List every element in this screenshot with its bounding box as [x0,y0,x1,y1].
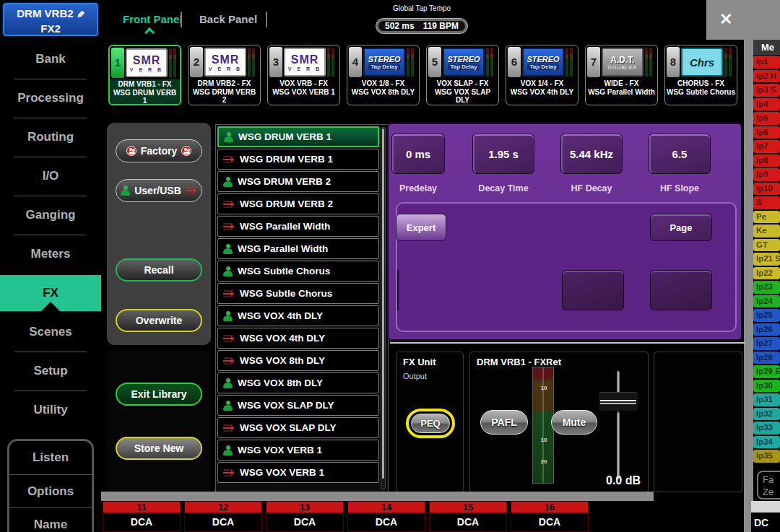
expert-button[interactable]: Expert [396,214,446,241]
close-icon[interactable]: ✕ [719,10,732,29]
sidebar-item[interactable]: I/O [0,157,101,196]
fx-slot[interactable]: 2 SMR V E R B DRM VRB2 - FX WSG DRUM VER… [188,45,261,105]
fx-slot[interactable]: 7 A.D.T. DOUBLER WIDE - FX WSG Parallel … [585,45,658,105]
preset-list-item[interactable]: WSG DRUM VERB 1 [217,126,379,147]
preset-list-item[interactable]: WSG VOX 4th DLY [217,305,379,326]
sidebar-item[interactable]: Meters [0,235,101,274]
current-fx-channel-button[interactable]: DRM VRB2 ✎ FX2 [3,3,98,36]
meter-rail-channel[interactable]: Ip21 S [753,253,780,266]
preset-list-item[interactable]: WSG VOX SLAP DLY [217,395,379,416]
meter-rail-channel[interactable]: Ip1 [753,56,780,69]
preset-list-item[interactable]: WSG VOX SLAP DLY [217,417,379,438]
fader-track[interactable] [617,371,620,479]
fx-slot[interactable]: 6 STEREO Tap Delay VOX 1/4 - FX WSG VOX … [506,45,578,105]
meter-rail-channel[interactable]: Ip35 [753,450,780,463]
dca-strip[interactable]: 14 DCA [347,501,425,532]
preset-list-item[interactable]: WSG DRUM VERB 2 [217,171,379,192]
fader-handle[interactable] [599,392,638,411]
meter-rail-channel[interactable]: Ip2 H [753,70,780,83]
preset-list-item[interactable]: WSG DRUM VERB 2 [217,193,379,214]
store-new-button[interactable]: Store New [116,437,202,460]
meter-rail-channel[interactable]: Ip5 [753,112,780,125]
fx-slot[interactable]: 5 STEREO Tap Delay VOX SLAP - FX WSG VOX… [426,45,499,105]
meter-rail-channel[interactable]: GT [753,239,780,252]
meter-rail-channel[interactable]: Ip29 E [753,365,780,378]
fx-parameter-empty-box[interactable] [650,270,712,310]
meter-rail-channel[interactable]: S [753,196,780,209]
fx-slot[interactable]: 3 SMR V E R B VOX VRB - FX WSG VOX VERB … [267,45,340,105]
user-usb-library-button[interactable]: User/USB [116,179,202,202]
meter-rail-channel[interactable]: Ip30 [753,380,780,393]
preset-list-item[interactable]: WSG VOX VERB 1 [217,462,379,483]
meter-rail-channel[interactable]: Ip10 [753,183,780,196]
fx-parameter-empty-box[interactable] [562,270,624,310]
meter-rail-channel[interactable]: Ip3 S [753,84,780,97]
meter-rail-channel[interactable]: Ip8 [753,154,780,167]
recall-button[interactable]: Recall [116,258,202,282]
fx-parameter-value-box[interactable]: 6.5 [649,134,711,174]
preset-list-item[interactable]: WSG Subtle Chorus [217,283,379,304]
meter-rail-channel[interactable]: Ip23 [753,281,780,294]
tap-tempo-button[interactable]: 502 ms 119 BPM [376,18,468,34]
fx-slot[interactable]: 4 STEREO Tap Delay VOX 1/8 - FX WSG VOX … [347,45,420,105]
fx-parameter-value-box[interactable]: 0 ms [391,134,445,174]
fx-parameter-empty-box[interactable] [397,270,399,310]
preset-list-scrollbar[interactable] [381,127,386,489]
dca-strip[interactable]: 15 DCA [429,501,507,532]
preset-list-item[interactable]: WSG Subtle Chorus [217,261,379,282]
dca-strip[interactable]: 13 DCA [266,501,344,532]
meter-rail-channel[interactable]: Ip4 [753,98,780,111]
dca-strip[interactable]: 11 DCA [103,501,181,532]
dca-strip[interactable]: 16 DCA [511,501,589,532]
overwrite-button[interactable]: Overwrite [116,309,202,332]
sidebar-item[interactable]: Routing [0,118,101,157]
meter-rail-channel[interactable]: Ip25 [753,309,780,322]
rail-dca-strip[interactable]: DC [751,501,780,532]
meter-rail-channel[interactable]: Ip6 [753,126,780,139]
sidebar-item[interactable]: Ganging [0,196,101,235]
mute-button[interactable]: Mute [551,410,597,435]
preset-list-item[interactable]: WSG VOX 8th DLY [217,350,379,371]
meter-rail-channel[interactable]: Pe [753,211,780,224]
meter-rail-channel[interactable]: Ip7 [753,140,780,153]
sidebar-item[interactable]: Processing [0,79,101,118]
sidebar-group-item[interactable]: Name [9,507,92,532]
fx-slot[interactable]: 8 Chrs CHORUS - FX WSG Subtle Chorus [664,45,737,105]
meter-rail-channel[interactable]: Ip34 [753,436,780,449]
peq-button[interactable]: PEQ [411,414,450,433]
sidebar-item[interactable]: Utility [0,391,101,429]
preset-list-item[interactable]: WSG Parallel Width [217,216,379,237]
tab-front-panel[interactable]: Front Panel [123,13,183,25]
preset-list-item[interactable]: WSG Parallel Width [217,238,379,259]
scrollbar-thumb[interactable] [382,128,384,479]
meter-rail-channel[interactable]: Ip33 [753,422,780,435]
sidebar-item[interactable]: Scenes [0,313,101,352]
factory-library-button[interactable]: Factory [116,139,202,162]
preset-list-item[interactable]: WSG VOX VERB 1 [217,440,379,461]
fx-parameter-value-box[interactable]: 5.44 kHz [560,134,623,174]
meter-rail-channel[interactable]: Ip9 [753,168,780,181]
exit-library-button[interactable]: Exit Library [116,383,202,406]
preset-list-item[interactable]: WSG VOX 4th DLY [217,328,379,349]
fx-parameter-value-box[interactable]: 1.95 s [472,134,534,174]
meter-rail-channel[interactable]: Ip24 [753,295,780,308]
meter-rail-channel[interactable]: Ip28 [753,352,780,365]
sidebar-group-item[interactable]: Listen [9,441,92,474]
preset-list-item[interactable]: WSG VOX 8th DLY [217,372,379,393]
sidebar-item[interactable]: FX [0,275,101,311]
meter-rail-channel[interactable]: Ip31 [753,393,780,406]
preset-list-item[interactable]: WSG DRUM VERB 1 [217,149,379,170]
page-button[interactable]: Page [650,214,712,241]
meter-rail-channel[interactable]: Ke [753,224,780,237]
meter-rail-channel[interactable]: Ip22 [753,267,780,280]
meter-rail-channel[interactable]: Ip32 [753,408,780,421]
tab-back-panel[interactable]: Back Panel [199,13,257,25]
sidebar-item[interactable]: Bank [0,40,101,79]
pafl-button[interactable]: PAFL [480,410,528,435]
meter-rail-channel[interactable]: Ip27 [753,337,780,350]
meter-rail-channel[interactable]: Ip26 [753,323,780,336]
fx-slot[interactable]: 1 SMR V E R B DRM VRB1 - FX WSG DRUM VER… [108,45,181,105]
rail-corner-button[interactable]: Fa Ze [757,471,780,500]
sidebar-item[interactable]: Setup [0,352,101,391]
dca-strip[interactable]: 12 DCA [184,501,262,532]
